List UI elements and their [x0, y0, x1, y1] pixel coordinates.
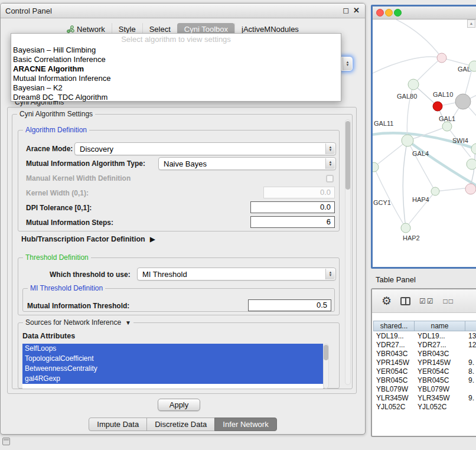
- table-cell: YPR145W: [373, 358, 415, 367]
- tab-discretize-data[interactable]: Discretize Data: [146, 418, 215, 431]
- node-gal1[interactable]: [442, 122, 452, 131]
- tab-impute-data[interactable]: Impute Data: [89, 418, 147, 431]
- table-row[interactable]: YBL079W YBL079W: [373, 385, 476, 394]
- dock-panel-icon[interactable]: [2, 438, 10, 445]
- table-cell: YJL052C: [415, 403, 465, 412]
- mi-type-label: Mutual Information Algorithm Type:: [26, 159, 145, 168]
- mi-threshold-field[interactable]: 0.5: [248, 299, 331, 311]
- gear-icon[interactable]: ⚙: [382, 295, 392, 306]
- table-cell: YBL079W: [415, 385, 465, 394]
- column-header-shared-name[interactable]: shared...: [373, 321, 415, 331]
- table-row[interactable]: YDL19... YDL19... 13: [373, 332, 476, 341]
- tab-label: Select: [149, 25, 171, 34]
- node-unlabeled-pink[interactable]: [437, 53, 446, 63]
- float-window-icon[interactable]: ◻: [343, 6, 349, 15]
- apply-button[interactable]: Apply: [158, 399, 200, 411]
- canvas-scroll-up-button[interactable]: ▲: [467, 19, 475, 28]
- minimize-traffic-light[interactable]: [385, 9, 393, 17]
- select-all-checks-icon[interactable]: ☑☑: [419, 297, 435, 305]
- table-row[interactable]: YLR345W YLR345W 9.: [373, 394, 476, 403]
- node-hap4[interactable]: [431, 187, 439, 195]
- column-header-name[interactable]: name: [414, 321, 465, 331]
- table-cell: 13: [465, 332, 476, 341]
- node-label: HAP2: [403, 234, 420, 242]
- table-cell: 9.: [465, 394, 476, 403]
- dropdown-item[interactable]: Dream8 DC_TDC Algorithm: [11, 93, 341, 102]
- table-cell: YBR045C: [415, 376, 465, 385]
- node-gal4[interactable]: [402, 135, 413, 146]
- group-title-mi-threshold: MI Threshold Definition: [28, 284, 105, 292]
- dropdown-item[interactable]: Bayesian – Hill Climbing: [11, 45, 341, 55]
- node-label: SWI4: [452, 137, 468, 144]
- column-header-cut[interactable]: [465, 321, 476, 331]
- combo-value: Naive Bayes: [164, 159, 207, 169]
- table-cell: 9.: [465, 376, 476, 385]
- window-title: Control Panel: [5, 6, 52, 15]
- attribute-list-item[interactable]: gal4RGexp: [22, 374, 323, 384]
- node-unlabeled-pink-right[interactable]: [465, 184, 476, 194]
- node-unlabeled-green-right[interactable]: [467, 159, 476, 169]
- table-row[interactable]: YJL052C YJL052C: [373, 403, 476, 412]
- network-edge: [373, 57, 442, 76]
- table-cell: YPR145W: [415, 358, 465, 367]
- attribute-list-item[interactable]: SelfLoops: [22, 344, 323, 354]
- table-row[interactable]: YBR045C YBR045C 9.: [373, 376, 476, 385]
- dpi-tolerance-field[interactable]: 0.0: [250, 201, 335, 213]
- node-label: GCY1: [373, 199, 391, 206]
- attribute-list-scrollbar-thumb[interactable]: [324, 345, 328, 360]
- deselect-all-icon[interactable]: □□: [444, 297, 455, 305]
- table-cell: YDR27...: [373, 341, 415, 350]
- node-unlabeled-gray[interactable]: [455, 94, 471, 109]
- group-title-settings: Cyni Algorithm Settings: [17, 110, 95, 118]
- node-gal10[interactable]: [433, 102, 442, 111]
- tab-infer-network[interactable]: Infer Network: [214, 418, 276, 431]
- which-threshold-combobox[interactable]: MI Threshold ▲ ▼: [137, 268, 336, 281]
- attribute-list-item[interactable]: TopologicalCoefficient: [22, 354, 323, 364]
- network-edge: [396, 19, 442, 58]
- close-icon[interactable]: ✕: [353, 6, 360, 15]
- aracne-mode-combobox[interactable]: Discovery ▲ ▼: [74, 142, 336, 155]
- mi-type-combobox[interactable]: Naive Bayes ▲ ▼: [158, 157, 336, 170]
- expand-arrow-icon[interactable]: ▶: [150, 235, 155, 243]
- network-canvas[interactable]: GAL GAL80 GAL10 GAL11 GAL1 SWI4 GAL4 GCY…: [373, 19, 476, 267]
- table-cell: YDR27...: [415, 341, 465, 350]
- dropdown-item[interactable]: Basic Correlation Inference: [11, 55, 341, 64]
- node-hap2[interactable]: [401, 223, 410, 233]
- columns-icon[interactable]: [400, 297, 410, 305]
- table-row[interactable]: YDR27... YDR27... 12: [373, 341, 476, 350]
- table-cell: YDL19...: [373, 332, 415, 341]
- table-cell: YBR045C: [373, 376, 415, 385]
- network-window-titlebar[interactable]: [373, 6, 476, 19]
- table-cell: 8.: [465, 367, 476, 376]
- dropdown-item-selected[interactable]: ARACNE Algorithm: [11, 64, 341, 74]
- table-row[interactable]: YER054C YER054C 8.: [373, 367, 476, 376]
- dropdown-item[interactable]: Mutual Information Inference: [11, 74, 341, 83]
- manual-kernel-label: Manual Kernel Width Definition: [26, 174, 131, 182]
- sources-title-label: Sources for Network Inference: [25, 318, 121, 327]
- attribute-list-item[interactable]: BetweennessCentrality: [22, 364, 323, 374]
- table-cell: YLR345W: [415, 394, 465, 403]
- manual-kernel-checkbox[interactable]: [326, 175, 334, 182]
- node-gal80[interactable]: [408, 79, 419, 90]
- hub-tf-section-header[interactable]: Hub/Transcription Factor Definition ▶: [21, 235, 155, 243]
- group-title-sources[interactable]: Sources for Network Inference ▼: [23, 318, 133, 327]
- arrow-down-icon: ▼: [329, 149, 332, 152]
- table-panel-window: ⚙ ☑☑ □□ shared... name YDL19... YDL19...…: [371, 288, 476, 437]
- kernel-width-field[interactable]: 0.0: [263, 187, 335, 198]
- collapse-arrow-icon[interactable]: ▼: [125, 319, 131, 326]
- bottom-tab-bar: Impute Data Discretize Data Infer Networ…: [1, 418, 365, 431]
- zoom-traffic-light[interactable]: [394, 9, 402, 17]
- combo-arrows-icon: ▲ ▼: [325, 269, 335, 279]
- settings-scrollbar-thumb[interactable]: [345, 121, 350, 190]
- network-graph: GAL GAL80 GAL10 GAL11 GAL1 SWI4 GAL4 GCY…: [373, 19, 476, 267]
- network-edge: [407, 141, 476, 194]
- table-row[interactable]: YBR043C YBR043C: [373, 350, 476, 358]
- close-traffic-light[interactable]: [376, 9, 384, 17]
- network-edge: [374, 167, 406, 228]
- table-row[interactable]: YPR145W YPR145W 9.: [373, 358, 476, 367]
- control-panel-titlebar[interactable]: Control Panel ◻ ✕: [1, 4, 365, 18]
- mi-steps-field[interactable]: 6: [250, 216, 335, 228]
- node-swi4[interactable]: [471, 144, 476, 154]
- dropdown-item[interactable]: Bayesian – K2: [11, 83, 341, 93]
- arrow-down-icon: ▼: [346, 64, 350, 67]
